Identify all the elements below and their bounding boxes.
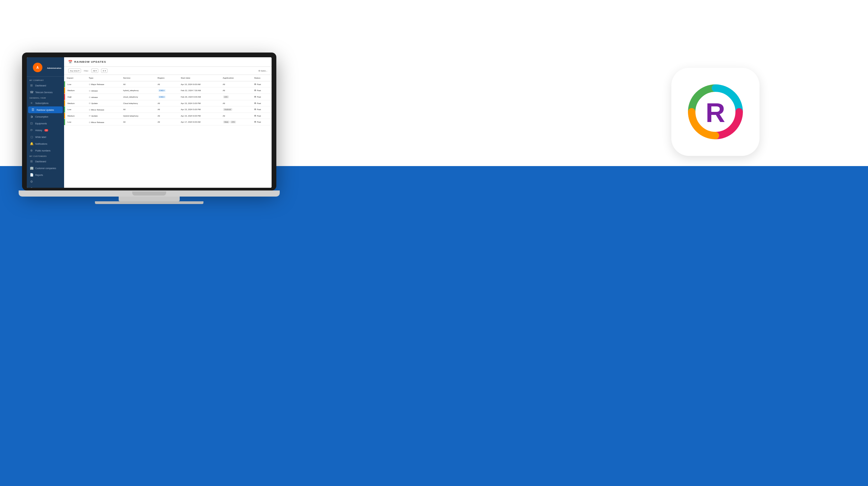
sidebar-item-help[interactable]: ? (27, 185, 64, 188)
table-row[interactable]: High⊙releasecloud_telephonyEMEAFeb 26, 2… (64, 94, 272, 100)
status-cell: Past (252, 106, 272, 113)
sidebar-label: Consumption (35, 116, 48, 118)
impact-value: Medium (67, 89, 75, 92)
equipments-icon: ⊡ (29, 121, 34, 125)
history-icon: ⟳ (29, 128, 34, 132)
date-cell: Apr 17, 2024 9:00 AM (178, 119, 220, 125)
laptop-notch (132, 191, 166, 196)
telecom-icon: ☎ (29, 90, 34, 94)
sidebar-item-dashboard-company[interactable]: ⊞ Dashboard (27, 82, 64, 89)
service-cell: All (120, 119, 155, 125)
sidebar-label: Notifications (35, 143, 47, 145)
table-container[interactable]: Impact Type Service Region Start date Ap… (64, 75, 272, 188)
type-icon: ⊙ (89, 121, 91, 123)
type-cell: ⟳Update (86, 113, 121, 119)
sidebar-item-whitelabel[interactable]: ◻ White label (27, 134, 64, 140)
impact-cell: Low (64, 119, 86, 125)
impact-bar (64, 100, 65, 106)
sidebar-item-public-numbers[interactable]: ⊕ Public numbers (27, 147, 64, 154)
updates-table: Impact Type Service Region Start date Ap… (64, 75, 272, 125)
table-row[interactable]: Medium⟳UpdateHybrid telephonyAllApr 15, … (64, 113, 272, 119)
type-value: Update (91, 115, 98, 117)
impact-cell: Medium (64, 113, 86, 119)
region-cell: All (155, 100, 178, 106)
sidebar-label: Equipments (35, 122, 47, 125)
service-cell: All (120, 81, 155, 87)
status-cell: Past (252, 81, 272, 87)
region-cell: All (155, 81, 178, 87)
impact-value: Low (67, 83, 71, 85)
status-cell: Past (252, 94, 272, 100)
status-dot (254, 115, 256, 117)
status-dot (254, 83, 256, 85)
col-application: Application (220, 75, 252, 81)
reports-icon: 📄 (29, 173, 34, 177)
col-impact: Impact (64, 75, 86, 81)
type-icon: ⊙ (89, 109, 91, 111)
sidebar-admin-title: A Administration (27, 60, 64, 77)
application-cell: All (220, 81, 252, 87)
service-cell: Hybrid telephony (120, 113, 155, 119)
impact-cell: High (64, 94, 86, 100)
type-value: release (91, 90, 98, 92)
settings-button[interactable]: ⚙ Settin... (258, 69, 268, 72)
filter-dropdown[interactable]: All ▾ (91, 68, 99, 73)
impact-bar (64, 119, 65, 125)
sidebar-item-subscriptions[interactable]: ≡ Subscriptions (27, 100, 64, 106)
status-cell: Past (252, 100, 272, 106)
application-cell: All (220, 100, 252, 106)
table-row[interactable]: Medium⊙releasehybrid_telephonyEMEAFeb 22… (64, 87, 272, 94)
type-cell: ⊙release (86, 87, 121, 94)
whitelabel-icon: ◻ (29, 135, 34, 139)
impact-cell: Medium (64, 87, 86, 94)
date-cell: Apr 15, 2024 3:00 PM (178, 100, 220, 106)
region-cell: All (155, 106, 178, 113)
sidebar-item-dashboard-customers[interactable]: ⊞ Dashboard (27, 158, 64, 165)
table-row[interactable]: Medium⟳UpdateCloud telephonyAllApr 15, 2… (64, 100, 272, 106)
laptop-base (19, 190, 280, 197)
laptop-foot (95, 201, 203, 204)
table-row[interactable]: Low⊙Minor ReleaseAllAllApr 15, 2024 5:00… (64, 106, 272, 113)
region-tag: EMEA (158, 96, 166, 98)
admin-label: Administration (47, 67, 61, 69)
table-row[interactable]: Low⊙Major ReleaseAllAllApr 10, 2024 9:00… (64, 81, 272, 87)
table-row[interactable]: Low⊙Minor ReleaseAllAllApr 17, 2024 9:00… (64, 119, 272, 125)
region-tag: EMEA (158, 89, 166, 92)
time-filter-dropdown[interactable]: Any time ▾ (68, 68, 81, 73)
impact-value: High (67, 96, 72, 98)
sidebar-label: Dashboard (35, 160, 46, 163)
sidebar-item-notifications[interactable]: 🔔 Notifications (27, 140, 64, 147)
type-icon: ⟳ (89, 102, 91, 104)
region-cell: All (155, 119, 178, 125)
background-bottom (0, 166, 868, 486)
date-cell: Apr 15, 2024 9:00 PM (178, 113, 220, 119)
app-tag: iOS (230, 121, 236, 123)
sidebar-item-reports[interactable]: 📄 Reports (27, 171, 64, 178)
sidebar-bottom: ⚙ ? (27, 178, 64, 188)
chevron-down-icon3: ▾ (105, 69, 106, 72)
page-title: RAINBOW UPDATES (74, 60, 106, 63)
help-icon: ? (29, 186, 34, 188)
type-value: Minor Release (91, 121, 104, 123)
application-cell: All (220, 113, 252, 119)
sidebar-item-customer-companies[interactable]: 🏢 Customer companies (27, 165, 64, 171)
sidebar-item-equipments[interactable]: ⊡ Equipments (27, 120, 64, 127)
status-cell: Past (252, 87, 272, 94)
sidebar-item-rainbow-updates[interactable]: ☰ Rainbow Updates (28, 106, 63, 113)
sidebar-label: Customer companies (35, 167, 56, 169)
impact-bar (64, 81, 65, 87)
time-filter-label: Any time (70, 70, 78, 72)
sidebar-item-telecom[interactable]: ☎ Telecom Services (27, 89, 64, 96)
date-cell: Feb 22, 2024 7:30 AM (178, 87, 220, 94)
avatar: A (33, 63, 42, 72)
sidebar-item-settings[interactable]: ⚙ (27, 178, 64, 185)
section-general-view: GENERAL VIEW (27, 96, 64, 100)
rainbow-logo-section: R (671, 68, 766, 163)
sidebar-item-consumption[interactable]: ◑ Consumption (27, 113, 64, 120)
type-icon: ⊙ (89, 83, 91, 85)
region-cell: EMEA (155, 94, 178, 100)
sidebar-item-history[interactable]: ⟳ History 23 (27, 127, 64, 134)
settings-icon: ⚙ (29, 180, 34, 184)
count-dropdown[interactable]: 8 ▾ (101, 68, 107, 73)
settings-label: Settin... (261, 70, 268, 72)
